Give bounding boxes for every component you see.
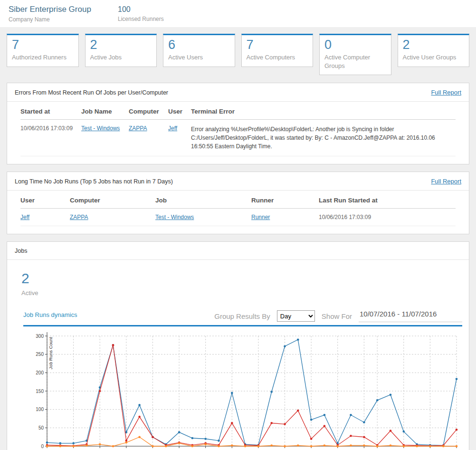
- col-job: Job: [155, 191, 251, 209]
- chart-filters: Group Results By Day Show For 10/07/2016…: [214, 310, 462, 322]
- col-user: User: [20, 191, 70, 209]
- terminal-error-cell: Error analyzing %UserProfile%\Desktop\Fo…: [191, 120, 456, 156]
- chart-controls-row: Job Runs dynamics Group Results By Day S…: [23, 310, 462, 322]
- stat-value: 6: [168, 38, 230, 52]
- stat-card-active-jobs[interactable]: 2 Active Jobs: [85, 34, 157, 67]
- svg-text:50: 50: [38, 425, 44, 431]
- chart-top-accent-rule: [23, 325, 462, 326]
- stat-value: 0: [324, 38, 386, 52]
- errors-table-row: 10/06/2016 17:03:09 Test - Windows ZAPPA…: [20, 120, 456, 156]
- col-started-at: Started at: [20, 103, 81, 120]
- no-job-runs-header-row: User Computer Job Runner Last Run Starte…: [20, 191, 456, 209]
- licensed-runners-block: 100 Licensed Runners: [118, 5, 227, 23]
- group-by-select[interactable]: Day: [277, 310, 315, 322]
- job-name-link[interactable]: Test - Windows: [81, 125, 120, 132]
- show-for-label: Show For: [322, 312, 352, 320]
- active-jobs-label: Active: [21, 289, 462, 297]
- stat-card-authorized-runners[interactable]: 7 Authorized Runners: [7, 34, 79, 67]
- stat-cards-row: 7 Authorized Runners 2 Active Jobs 6 Act…: [0, 27, 476, 81]
- col-job-name: Job Name: [81, 103, 129, 120]
- svg-text:250: 250: [36, 352, 44, 357]
- no-job-runs-full-report-link[interactable]: Full Report: [431, 178, 461, 185]
- stat-label: Active Users: [168, 53, 230, 62]
- no-job-runs-panel-title: Long Time No Job Runs (Top 5 Jobs has no…: [15, 178, 173, 185]
- svg-text:Job Runs Count: Job Runs Count: [48, 337, 53, 369]
- stat-label: Authorized Runners: [12, 53, 74, 62]
- col-user: User: [168, 103, 191, 120]
- no-job-runs-panel-header: Long Time No Job Runs (Top 5 Jobs has no…: [7, 172, 469, 191]
- stat-label: Active Computer Groups: [324, 53, 386, 70]
- stat-card-active-computer-groups[interactable]: 0 Active Computer Groups: [319, 34, 391, 75]
- group-results-by-label: Group Results By: [214, 312, 270, 320]
- stat-value: 7: [247, 38, 308, 52]
- svg-text:100: 100: [36, 407, 44, 412]
- stat-card-active-user-groups[interactable]: 2 Active User Groups: [398, 34, 470, 67]
- user-link[interactable]: Jeff: [168, 125, 177, 132]
- job-runs-chart: 05010015020025030010/07/201610/09/201610…: [14, 327, 462, 450]
- stat-value: 7: [12, 38, 74, 52]
- jobs-panel: Jobs 2 Active Job Runs dynamics Group Re…: [7, 241, 469, 450]
- computer-link[interactable]: ZAPPA: [70, 214, 88, 220]
- no-job-runs-table: User Computer Job Runner Last Run Starte…: [20, 191, 456, 226]
- jobs-panel-body: 2 Active Job Runs dynamics Group Results…: [7, 270, 469, 450]
- stat-label: Active User Groups: [403, 53, 465, 62]
- errors-panel-header: Errors From Most Recent Run Of Jobs per …: [7, 83, 469, 102]
- job-link[interactable]: Test - Windows: [155, 214, 194, 220]
- date-range-field[interactable]: 10/07/2016 - 11/07/2016: [359, 310, 462, 322]
- col-terminal-error: Terminal Error: [191, 103, 456, 120]
- stat-card-active-users[interactable]: 6 Active Users: [163, 34, 235, 67]
- job-runs-dynamics-tab[interactable]: Job Runs dynamics: [23, 311, 77, 322]
- stat-value: 2: [403, 38, 465, 52]
- errors-full-report-link[interactable]: Full Report: [431, 89, 461, 96]
- svg-text:0: 0: [41, 444, 44, 449]
- active-jobs-count: 2: [21, 270, 462, 287]
- svg-text:200: 200: [36, 370, 44, 375]
- company-name-label: Company Name: [9, 16, 118, 23]
- started-at-cell: 10/06/2016 17:03:09: [20, 120, 81, 156]
- stat-label: Active Jobs: [90, 53, 152, 62]
- job-runs-chart-svg: 05010015020025030010/07/201610/09/201610…: [14, 329, 462, 450]
- runner-link[interactable]: Runner: [251, 214, 270, 220]
- last-run-cell: 10/06/2016 17:03:09: [319, 209, 456, 226]
- stat-card-active-computers[interactable]: 7 Active Computers: [241, 34, 314, 67]
- stat-value: 2: [90, 38, 152, 52]
- errors-panel-title: Errors From Most Recent Run Of Jobs per …: [15, 89, 168, 96]
- errors-table: Started at Job Name Computer User Termin…: [20, 103, 456, 156]
- svg-text:150: 150: [36, 389, 44, 394]
- jobs-panel-title: Jobs: [15, 248, 27, 254]
- company-block: Siber Enterprise Group Company Name: [9, 5, 118, 23]
- user-link[interactable]: Jeff: [20, 214, 29, 220]
- errors-table-header-row: Started at Job Name Computer User Termin…: [20, 103, 456, 120]
- no-job-runs-panel: Long Time No Job Runs (Top 5 Jobs has no…: [7, 172, 469, 234]
- col-computer: Computer: [129, 103, 168, 120]
- company-name: Siber Enterprise Group: [9, 5, 118, 14]
- licensed-runners-label: Licensed Runners: [118, 16, 227, 22]
- col-last-run-started-at: Last Run Started at: [319, 191, 456, 209]
- svg-text:300: 300: [36, 334, 44, 339]
- page-header: Siber Enterprise Group Company Name 100 …: [0, 0, 476, 27]
- col-runner: Runner: [251, 191, 319, 209]
- no-job-runs-row: Jeff ZAPPA Test - Windows Runner 10/06/2…: [20, 209, 456, 226]
- col-computer: Computer: [70, 191, 155, 209]
- jobs-panel-header: Jobs: [7, 242, 469, 260]
- computer-link[interactable]: ZAPPA: [129, 125, 147, 132]
- errors-panel: Errors From Most Recent Run Of Jobs per …: [7, 83, 469, 164]
- stat-label: Active Computers: [247, 53, 308, 62]
- licensed-runners-count: 100: [118, 5, 227, 14]
